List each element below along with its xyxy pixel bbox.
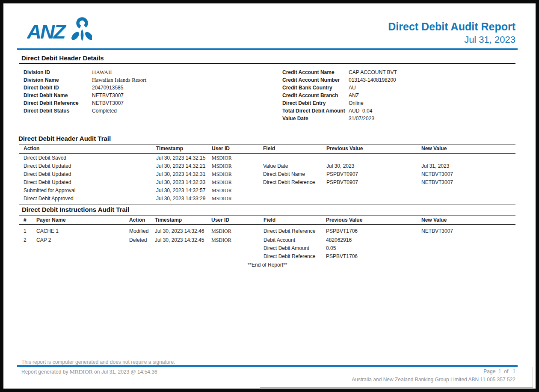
cell-timestamp: Jul 30, 2023 14:32:21 (156, 163, 205, 169)
field-value: ANZ (349, 92, 359, 98)
cell-previous-value: PSPBVT0907 (326, 171, 358, 177)
generated-prefix: Report generated by (21, 369, 70, 375)
field-label: Direct Debit Status (24, 108, 69, 114)
cell-user-id: MSDIOR (212, 187, 232, 194)
cell-previous-value: 0.05 (326, 245, 336, 251)
column-header: Timestamp (156, 146, 183, 151)
cell-field: Direct Debit Reference (264, 228, 315, 234)
cell-previous-value: 482062916 (326, 237, 352, 243)
footer-disclaimer: This report is computer generated and do… (21, 359, 175, 365)
cell-number: 1 (24, 228, 27, 234)
cell-previous-value: PSPBVT1706 (326, 253, 358, 259)
field-value: 20470913585 (92, 85, 123, 91)
table-header-row: # Payer Name Action Timestamp User ID Fi… (3, 217, 536, 225)
cell-field: Direct Debit Reference (264, 253, 315, 259)
table-header-row: Action Timestamp User ID Field Previous … (3, 146, 536, 153)
table-row: Direct Debit Updated Jul 30, 2023 14:32:… (3, 171, 536, 179)
masthead-rule (17, 48, 518, 50)
cell-timestamp: Jul 30, 2023 14:32:31 (156, 171, 205, 177)
cell-timestamp: Jul 30, 2023 14:33:29 (156, 196, 205, 202)
cell-new-value: NETBVT3007 (421, 179, 453, 185)
cell-action: Direct Debit Updated (24, 171, 71, 177)
table-top-rule (19, 215, 515, 216)
column-header: New Value (421, 146, 447, 151)
cell-payer-name: CAP 2 (36, 237, 51, 243)
report-frame: ANZ Direct Debit Audit Report Jul 31, 20… (0, 0, 539, 392)
cell-action: Deleted (129, 237, 147, 243)
cell-field: Direct Debit Reference (263, 179, 315, 185)
column-header: Field (264, 217, 275, 223)
cell-timestamp: Jul 30, 2023 14:32:33 (156, 179, 205, 185)
field-value: NETBVT3007 (92, 100, 124, 106)
field-label: Direct Debit ID (24, 85, 59, 91)
column-header: # (24, 217, 27, 223)
table-row: Direct Debit Amount 0.05 (3, 245, 536, 253)
cell-action: Direct Debit Saved (24, 155, 66, 161)
cell-new-value: NETBVT3007 (421, 171, 453, 177)
section-heading-header-audit: Direct Debit Header Audit Trail (18, 135, 111, 142)
cell-action: Direct Debit Approved (24, 196, 74, 202)
column-header: Payer Name (36, 217, 66, 223)
table-row: Direct Debit Approved Jul 30, 2023 14:33… (3, 196, 536, 204)
report-date: Jul 31, 2023 (464, 34, 515, 45)
table-header-rule (19, 224, 515, 225)
field-value: CAP ACCOUNT BVT (349, 69, 397, 75)
svg-text:ANZ: ANZ (27, 20, 67, 43)
cell-action: Direct Debit Updated (24, 163, 71, 169)
field-label: Credit Account Name (282, 69, 335, 75)
cell-new-value: NETBVT3007 (421, 228, 453, 234)
column-header: Previous Value (326, 146, 363, 151)
footer-generated-line: Report generated by MRDIOR on Jul 31, 20… (21, 368, 157, 375)
table-row: Direct Debit Updated Jul 30, 2023 14:32:… (3, 179, 536, 187)
field-label: Division Name (24, 77, 59, 83)
cell-user-id: MSDIOR (211, 237, 231, 244)
cell-timestamp: Jul 30, 2023 14:32:15 (156, 155, 205, 161)
table-row: Submitted for Approval Jul 30, 2023 14:3… (3, 187, 536, 196)
generated-user: MRDIOR (70, 368, 93, 375)
field-label: Direct Debit Name (24, 92, 68, 98)
header-details-rule (19, 63, 515, 64)
field-label: Credit Account Branch (282, 92, 338, 98)
cell-previous-value: Jul 30, 2023 (326, 163, 354, 169)
page-number: Page 1 of 1 (483, 368, 515, 374)
field-value: Completed (92, 108, 117, 114)
cell-field: Value Date (263, 163, 288, 169)
column-header: Timestamp (155, 217, 182, 223)
section-heading-instructions-audit: Direct Debit Instructions Audit Trail (22, 206, 129, 213)
table-header-rule (19, 153, 515, 154)
field-value: AUD 0.04 (349, 108, 372, 114)
footer-company: Australia and New Zealand Banking Group … (352, 377, 515, 383)
end-of-report-marker: **End of Report** (19, 262, 515, 268)
cell-timestamp: Jul 30, 2023 14:32:46 (155, 228, 204, 234)
field-value: 31/07/2023 (349, 116, 374, 122)
cell-user-id: MSDIOR (212, 163, 232, 169)
report-title: Direct Debit Audit Report (388, 21, 515, 33)
anz-lotus-icon (70, 18, 92, 42)
field-label: Direct Debit Reference (24, 100, 79, 106)
table-top-rule (19, 144, 515, 145)
table-row: Direct Debit Reference PSPBVT1706 (3, 253, 536, 261)
cell-previous-value: PSPBVT1706 (326, 228, 358, 234)
column-header: User ID (211, 217, 229, 223)
column-header: Action (24, 146, 39, 151)
column-header: New Value (421, 217, 447, 223)
field-label: Division ID (24, 69, 50, 75)
cell-user-id: MSDIOR (212, 171, 232, 178)
field-value: AU (349, 85, 356, 91)
cell-field: Direct Debit Amount (264, 245, 309, 251)
cell-timestamp: Jul 30, 2023 14:32:45 (155, 237, 204, 243)
generated-suffix: on Jul 31, 2023 @ 14:54:36 (93, 369, 157, 375)
field-value: Online (349, 100, 364, 106)
section-separator-rule (19, 204, 515, 205)
field-value: 013143-1408198200 (349, 77, 396, 83)
field-value: Hawaiian Islands Resort (92, 77, 146, 83)
cell-field: Debit Account (264, 237, 295, 243)
cell-action: Submitted for Approval (24, 187, 75, 193)
column-header: Action (129, 217, 145, 223)
column-header: User ID (212, 146, 230, 151)
cell-new-value: Jul 31, 2023 (421, 163, 449, 169)
cell-user-id: MSDIOR (212, 196, 232, 202)
table-row: Direct Debit Updated Jul 30, 2023 14:32:… (3, 163, 536, 171)
field-label: Direct Debit Entry (282, 100, 326, 106)
section-heading-header-details: Direct Debit Header Details (21, 54, 104, 62)
